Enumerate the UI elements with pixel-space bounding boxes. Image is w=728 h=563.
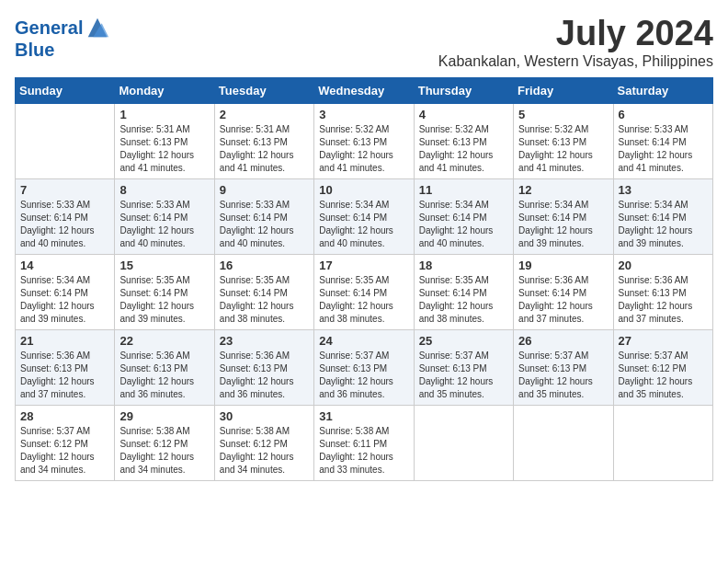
day-info: Sunrise: 5:32 AM Sunset: 6:13 PM Dayligh… [419, 123, 508, 175]
calendar-cell: 19Sunrise: 5:36 AM Sunset: 6:14 PM Dayli… [514, 254, 613, 329]
day-info: Sunrise: 5:34 AM Sunset: 6:14 PM Dayligh… [20, 274, 109, 326]
day-info: Sunrise: 5:31 AM Sunset: 6:13 PM Dayligh… [220, 123, 309, 175]
day-info: Sunrise: 5:36 AM Sunset: 6:14 PM Dayligh… [518, 274, 608, 326]
calendar-week-row: 1Sunrise: 5:31 AM Sunset: 6:13 PM Daylig… [16, 103, 713, 178]
day-info: Sunrise: 5:37 AM Sunset: 6:12 PM Dayligh… [20, 425, 109, 477]
day-number: 12 [518, 183, 608, 197]
calendar-week-row: 14Sunrise: 5:34 AM Sunset: 6:14 PM Dayli… [16, 254, 713, 329]
day-info: Sunrise: 5:35 AM Sunset: 6:14 PM Dayligh… [419, 274, 508, 326]
day-number: 8 [119, 183, 209, 197]
logo: General Blue [15, 15, 110, 59]
day-info: Sunrise: 5:33 AM Sunset: 6:14 PM Dayligh… [20, 199, 109, 250]
calendar-week-row: 7Sunrise: 5:33 AM Sunset: 6:14 PM Daylig… [16, 178, 713, 254]
calendar-cell: 26Sunrise: 5:37 AM Sunset: 6:13 PM Dayli… [514, 329, 613, 405]
calendar-cell: 20Sunrise: 5:36 AM Sunset: 6:13 PM Dayli… [613, 254, 712, 329]
calendar-week-row: 28Sunrise: 5:37 AM Sunset: 6:12 PM Dayli… [16, 405, 713, 480]
day-number: 18 [419, 259, 508, 272]
day-info: Sunrise: 5:37 AM Sunset: 6:13 PM Dayligh… [319, 350, 408, 401]
day-number: 27 [619, 334, 708, 348]
day-number: 14 [20, 259, 109, 272]
day-info: Sunrise: 5:33 AM Sunset: 6:14 PM Dayligh… [619, 123, 708, 175]
calendar-cell: 14Sunrise: 5:34 AM Sunset: 6:14 PM Dayli… [16, 254, 115, 329]
month-title: July 2024 [438, 15, 713, 53]
day-number: 31 [319, 409, 408, 423]
day-info: Sunrise: 5:37 AM Sunset: 6:12 PM Dayligh… [619, 350, 708, 401]
calendar-cell: 29Sunrise: 5:38 AM Sunset: 6:12 PM Dayli… [115, 405, 214, 480]
day-info: Sunrise: 5:33 AM Sunset: 6:14 PM Dayligh… [220, 199, 309, 250]
day-number: 24 [319, 334, 408, 348]
day-number: 19 [518, 259, 608, 272]
day-number: 6 [619, 108, 708, 121]
day-number: 11 [419, 183, 508, 197]
calendar-cell: 31Sunrise: 5:38 AM Sunset: 6:11 PM Dayli… [314, 405, 414, 480]
title-area: July 2024 Kabankalan, Western Visayas, P… [438, 15, 713, 70]
calendar-cell: 10Sunrise: 5:34 AM Sunset: 6:14 PM Dayli… [314, 178, 414, 254]
calendar-cell [514, 405, 613, 480]
day-info: Sunrise: 5:36 AM Sunset: 6:13 PM Dayligh… [220, 350, 309, 401]
day-info: Sunrise: 5:37 AM Sunset: 6:13 PM Dayligh… [518, 350, 608, 401]
calendar-cell: 2Sunrise: 5:31 AM Sunset: 6:13 PM Daylig… [214, 103, 313, 178]
header-tuesday: Tuesday [214, 77, 313, 103]
day-info: Sunrise: 5:35 AM Sunset: 6:14 PM Dayligh… [119, 274, 209, 326]
day-number: 16 [220, 259, 309, 272]
page-header: General Blue July 2024 Kabankalan, Weste… [15, 15, 713, 70]
header-monday: Monday [115, 77, 214, 103]
calendar-cell: 13Sunrise: 5:34 AM Sunset: 6:14 PM Dayli… [613, 178, 712, 254]
calendar-cell [414, 405, 513, 480]
calendar-cell: 23Sunrise: 5:36 AM Sunset: 6:13 PM Dayli… [214, 329, 313, 405]
calendar-cell: 17Sunrise: 5:35 AM Sunset: 6:14 PM Dayli… [314, 254, 414, 329]
calendar-cell: 7Sunrise: 5:33 AM Sunset: 6:14 PM Daylig… [16, 178, 115, 254]
day-info: Sunrise: 5:38 AM Sunset: 6:11 PM Dayligh… [319, 425, 408, 477]
header-sunday: Sunday [16, 77, 115, 103]
day-info: Sunrise: 5:36 AM Sunset: 6:13 PM Dayligh… [619, 274, 708, 326]
day-number: 22 [119, 334, 209, 348]
calendar-cell: 24Sunrise: 5:37 AM Sunset: 6:13 PM Dayli… [314, 329, 414, 405]
day-number: 26 [518, 334, 608, 348]
day-number: 28 [20, 409, 109, 423]
day-number: 1 [119, 108, 209, 121]
day-number: 29 [119, 409, 209, 423]
day-number: 21 [20, 334, 109, 348]
calendar-cell: 18Sunrise: 5:35 AM Sunset: 6:14 PM Dayli… [414, 254, 513, 329]
day-number: 23 [220, 334, 309, 348]
logo-icon [85, 15, 110, 40]
day-info: Sunrise: 5:34 AM Sunset: 6:14 PM Dayligh… [419, 199, 508, 250]
calendar-cell: 25Sunrise: 5:37 AM Sunset: 6:13 PM Dayli… [414, 329, 513, 405]
day-info: Sunrise: 5:32 AM Sunset: 6:13 PM Dayligh… [518, 123, 608, 175]
day-number: 3 [319, 108, 408, 121]
calendar-cell: 11Sunrise: 5:34 AM Sunset: 6:14 PM Dayli… [414, 178, 513, 254]
calendar-cell: 9Sunrise: 5:33 AM Sunset: 6:14 PM Daylig… [214, 178, 313, 254]
day-info: Sunrise: 5:34 AM Sunset: 6:14 PM Dayligh… [518, 199, 608, 250]
day-info: Sunrise: 5:35 AM Sunset: 6:14 PM Dayligh… [220, 274, 309, 326]
day-number: 4 [419, 108, 508, 121]
location-title: Kabankalan, Western Visayas, Philippines [438, 53, 713, 70]
calendar-cell: 3Sunrise: 5:32 AM Sunset: 6:13 PM Daylig… [314, 103, 414, 178]
calendar-cell: 6Sunrise: 5:33 AM Sunset: 6:14 PM Daylig… [613, 103, 712, 178]
calendar-cell: 1Sunrise: 5:31 AM Sunset: 6:13 PM Daylig… [115, 103, 214, 178]
calendar-cell: 15Sunrise: 5:35 AM Sunset: 6:14 PM Dayli… [115, 254, 214, 329]
calendar-cell: 12Sunrise: 5:34 AM Sunset: 6:14 PM Dayli… [514, 178, 613, 254]
calendar-cell: 22Sunrise: 5:36 AM Sunset: 6:13 PM Dayli… [115, 329, 214, 405]
day-info: Sunrise: 5:31 AM Sunset: 6:13 PM Dayligh… [119, 123, 209, 175]
day-info: Sunrise: 5:34 AM Sunset: 6:14 PM Dayligh… [619, 199, 708, 250]
day-info: Sunrise: 5:34 AM Sunset: 6:14 PM Dayligh… [319, 199, 408, 250]
calendar-cell [16, 103, 115, 178]
day-info: Sunrise: 5:36 AM Sunset: 6:13 PM Dayligh… [20, 350, 109, 401]
logo-text: General [15, 17, 83, 38]
calendar-cell: 30Sunrise: 5:38 AM Sunset: 6:12 PM Dayli… [214, 405, 313, 480]
calendar-week-row: 21Sunrise: 5:36 AM Sunset: 6:13 PM Dayli… [16, 329, 713, 405]
header-wednesday: Wednesday [314, 77, 414, 103]
day-info: Sunrise: 5:37 AM Sunset: 6:13 PM Dayligh… [419, 350, 508, 401]
calendar-cell: 5Sunrise: 5:32 AM Sunset: 6:13 PM Daylig… [514, 103, 613, 178]
logo-blue: Blue [15, 40, 110, 59]
day-info: Sunrise: 5:32 AM Sunset: 6:13 PM Dayligh… [319, 123, 408, 175]
calendar-cell: 16Sunrise: 5:35 AM Sunset: 6:14 PM Dayli… [214, 254, 313, 329]
calendar-header-row: SundayMondayTuesdayWednesdayThursdayFrid… [16, 77, 713, 103]
calendar-cell: 21Sunrise: 5:36 AM Sunset: 6:13 PM Dayli… [16, 329, 115, 405]
calendar-cell: 28Sunrise: 5:37 AM Sunset: 6:12 PM Dayli… [16, 405, 115, 480]
calendar-cell [613, 405, 712, 480]
calendar-table: SundayMondayTuesdayWednesdayThursdayFrid… [15, 77, 713, 481]
header-friday: Friday [514, 77, 613, 103]
day-info: Sunrise: 5:38 AM Sunset: 6:12 PM Dayligh… [220, 425, 309, 477]
day-info: Sunrise: 5:36 AM Sunset: 6:13 PM Dayligh… [119, 350, 209, 401]
